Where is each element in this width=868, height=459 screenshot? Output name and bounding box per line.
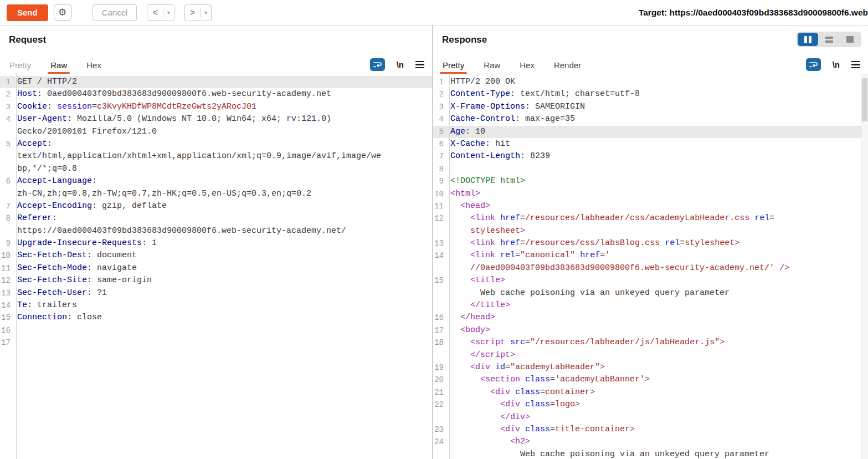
request-code-row[interactable]: 1GET / HTTP/2 [0,76,432,88]
code-line: HTTP/2 200 OK [447,76,868,88]
request-code-row[interactable]: 15Connection: close [0,312,432,324]
line-number: 14 [433,249,447,262]
show-newlines-toggle[interactable]: \n [397,60,404,69]
code-line: https://0aed000403f09bd383683d90009800f6… [14,225,432,237]
request-code-row[interactable]: 4User-Agent: Mozilla/5.0 (Windows NT 10.… [0,113,432,125]
request-code-row[interactable]: 7Accept-Encoding: gzip, deflate [0,200,432,212]
editor-menu-icon[interactable] [415,61,424,69]
response-code-row[interactable]: 12 <link href=/resources/labheader/css/a… [433,212,868,225]
code-line [14,324,432,336]
response-tab-pretty[interactable]: Pretty [443,56,464,74]
response-scrollbar[interactable] [861,74,868,459]
response-code-row[interactable]: 19 <div id="academyLabHeader"> [433,361,868,374]
request-code-row[interactable]: https://0aed000403f09bd383683d90009800f6… [0,225,432,237]
line-number: 16 [433,312,447,324]
request-panel-header: Request PrettyRawHex \n [0,26,432,74]
response-code-row[interactable]: 1HTTP/2 200 OK [433,76,868,88]
request-code-row[interactable]: zh-CN,zh;q=0.8,zh-TW;q=0.7,zh-HK;q=0.5,e… [0,188,432,200]
layout-rows-button[interactable] [819,33,839,46]
response-code-row[interactable]: 21 <div class=container> [433,386,868,399]
response-code-row[interactable]: 17 <body> [433,324,868,336]
response-code-row[interactable]: 16 </head> [433,312,868,324]
gear-icon[interactable]: ⚙ [54,4,71,21]
request-code-row[interactable]: 13Sec-Fetch-User: ?1 [0,287,432,299]
response-code-row[interactable]: 11 <head> [433,200,868,212]
response-code-row[interactable]: //0aed000403f09bd383683d90009800f6.web-s… [433,262,868,274]
response-code-row[interactable]: </title> [433,299,868,312]
response-code-row[interactable]: 4Cache-Control: max-age=35 [433,113,868,125]
word-wrap-toggle-icon[interactable] [806,58,821,71]
code-line: <script src="/resources/labheader/js/lab… [447,336,868,349]
line-number [0,188,14,200]
next-dropdown-icon[interactable]: ▾ [201,9,211,16]
request-code-row[interactable]: Gecko/20100101 Firefox/121.0 [0,126,432,138]
response-code-row[interactable]: 23 <div class=title-container> [433,424,868,436]
request-code-row[interactable]: 2Host: 0aed000403f09bd383683d90009800f6.… [0,88,432,100]
response-code-row[interactable]: 24 <h2> [433,436,868,448]
request-tab-pretty[interactable]: Pretty [9,56,31,74]
code-line: Referer: [14,212,432,225]
next-request-group: > ▾ [184,4,212,21]
response-scrollbar-thumb[interactable] [862,78,867,121]
line-number: 1 [0,76,14,88]
request-code-row[interactable]: 8Referer: [0,212,432,225]
response-code-row[interactable]: 2Content-Type: text/html; charset=utf-8 [433,88,868,100]
response-code-row[interactable]: 18 <script src="/resources/labheader/js/… [433,336,868,349]
prev-dropdown-icon[interactable]: ▾ [163,9,174,16]
response-code-row[interactable]: 9<!DOCTYPE html> [433,175,868,187]
response-code-row[interactable]: 22 <div class=logo> [433,399,868,411]
response-code-row[interactable]: 13 <link href=/resources/css/labsBlog.cs… [433,237,868,249]
response-code-row[interactable]: 14 <link rel="canonical" href=' [433,249,868,262]
response-tab-raw[interactable]: Raw [484,56,500,74]
response-code-row[interactable]: </script> [433,349,868,361]
response-code-row[interactable]: 10<html> [433,188,868,200]
prev-request-button[interactable]: < [147,8,162,18]
line-number: 13 [0,287,14,299]
request-code-row[interactable]: 12Sec-Fetch-Site: same-origin [0,274,432,287]
layout-single-button[interactable] [840,33,860,46]
request-code-row[interactable]: 16 [0,324,432,336]
cancel-button[interactable]: Cancel [93,4,137,21]
request-code-row[interactable]: 5Accept: [0,138,432,150]
request-code-row[interactable]: text/html,application/xhtml+xml,applicat… [0,150,432,162]
request-code-row[interactable]: 6Accept-Language: [0,175,432,187]
request-code-row[interactable]: 17 [0,336,432,349]
request-tab-raw[interactable]: Raw [50,56,67,74]
response-code-row[interactable]: 7Content-Length: 8239 [433,150,868,162]
response-tab-render[interactable]: Render [554,56,581,74]
next-request-button[interactable]: > [185,8,200,18]
response-editor[interactable]: 1HTTP/2 200 OK2Content-Type: text/html; … [433,74,868,459]
response-code-row[interactable]: 3X-Frame-Options: SAMEORIGIN [433,101,868,113]
response-code-row[interactable]: Web cache poisoning via an unkeyed query… [433,448,868,459]
send-button[interactable]: Send [7,4,48,21]
request-code-row[interactable]: 11Sec-Fetch-Mode: navigate [0,262,432,274]
request-code-row[interactable]: 9Upgrade-Insecure-Requests: 1 [0,237,432,249]
response-code-row[interactable]: 5Age: 10 [433,126,868,138]
request-code-row[interactable]: bp,*/*;q=0.8 [0,163,432,175]
show-newlines-toggle[interactable]: \n [833,60,840,69]
request-code-row[interactable]: 3Cookie: session=c3KvyKHDfWP8MCdtRzeGwts… [0,101,432,113]
code-line: X-Cache: hit [447,138,868,150]
response-code-row[interactable]: </div> [433,411,868,424]
word-wrap-toggle-icon[interactable] [370,58,385,71]
request-tab-hex[interactable]: Hex [86,56,101,74]
code-line: </script> [447,349,868,361]
response-code-row[interactable]: 15 <title> [433,274,868,287]
code-line: Content-Type: text/html; charset=utf-8 [447,88,868,100]
layout-columns-button[interactable] [798,33,818,46]
response-panel: Response PrettyRawHexRender [433,26,868,459]
code-line: <div class=title-container> [447,424,868,436]
editor-menu-icon[interactable] [851,61,860,69]
response-code-row[interactable]: Web cache poisoning via an unkeyed query… [433,287,868,299]
response-code-row[interactable]: stylesheet> [433,225,868,237]
code-line: </head> [447,312,868,324]
response-code-row[interactable]: 20 <section class='academyLabBanner'> [433,374,868,386]
response-code-row[interactable]: 6X-Cache: hit [433,138,868,150]
request-tab-row: PrettyRawHex \n [0,56,432,74]
line-number [0,225,14,237]
response-tab-hex[interactable]: Hex [520,56,535,74]
request-code-row[interactable]: 10Sec-Fetch-Dest: document [0,249,432,262]
request-editor[interactable]: 1GET / HTTP/22Host: 0aed000403f09bd38368… [0,74,432,459]
response-code-row[interactable]: 8 [433,163,868,175]
request-code-row[interactable]: 14Te: trailers [0,299,432,312]
